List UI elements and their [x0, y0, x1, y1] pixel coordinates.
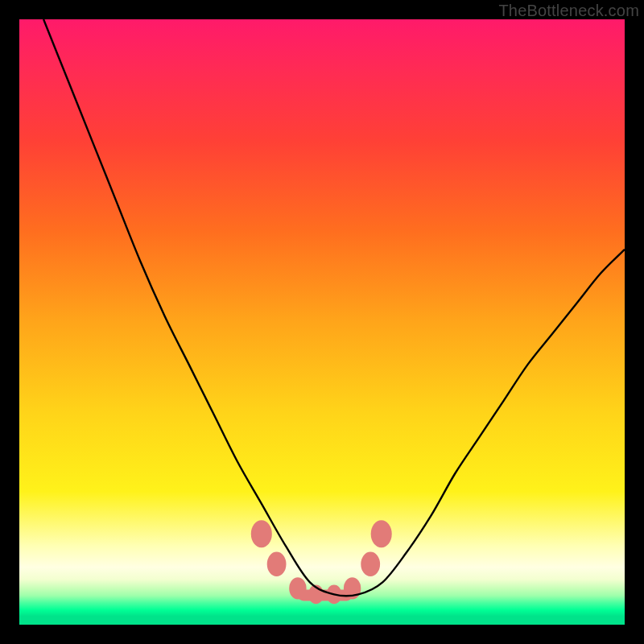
- marker-blob: [251, 520, 272, 547]
- chart-frame: TheBottleneck.com: [0, 0, 644, 644]
- watermark-text: TheBottleneck.com: [498, 2, 639, 20]
- chart-svg: [19, 19, 625, 625]
- marker-blob: [267, 552, 287, 577]
- marker-blob: [371, 520, 392, 547]
- plot-area: [19, 19, 625, 625]
- marker-blob: [361, 552, 380, 577]
- bottleneck-curve: [43, 19, 625, 596]
